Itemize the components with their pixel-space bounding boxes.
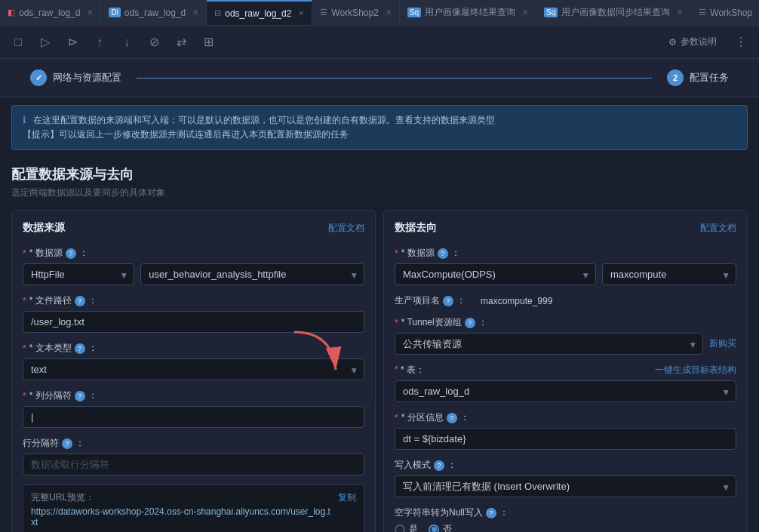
source-filepath-help[interactable]: ? [75,296,85,306]
copy-link[interactable]: 复制 [338,491,356,504]
tab-close-6[interactable]: ✕ [677,8,683,17]
tab-bar: ◧ ods_raw_log_d ✕ Di ods_raw_log_d ✕ ⊟ o… [0,0,759,26]
dest-null-no-option[interactable]: 否 [429,523,452,532]
dest-project-help[interactable]: ? [443,296,453,306]
dest-partition-help[interactable]: ? [447,413,457,423]
dest-table-label-row: * * 表： 一键生成目标表结构 [395,364,736,377]
source-datasource-help[interactable]: ? [66,248,76,259]
tab-label-2: ods_raw_log_d [124,8,186,18]
source-rowdelimiter-help[interactable]: ? [62,438,72,449]
main-content: 数据来源 配置文档 * * 数据源 ? ： HttpFile ▾ [0,202,759,532]
step-line [137,78,652,78]
toolbar-upload-icon[interactable]: ↑ [89,32,110,53]
page-title-area: 配置数据来源与去向 选定两端数据源以及要同步的具体对象 [0,158,759,202]
source-delimiter-row: * * 列分隔符 ? ： [23,389,364,428]
tab-close-1[interactable]: ✕ [87,8,93,17]
source-datasource-row: * * 数据源 ? ： HttpFile ▾ user_behavior_ana… [23,247,364,285]
source-datasource-name-select[interactable]: user_behavior_analysis_httpfile [140,263,364,285]
dest-project-value: maxcompute_999 [481,296,552,306]
dest-table-select[interactable]: ods_raw_log_d [395,380,736,402]
dest-writemode-wrapper: 写入前清理已有数据 (Insert Overwrite) ▾ [395,475,736,497]
tab-workshop2[interactable]: ☰ WorkShop2 ✕ [312,0,399,26]
toolbar-right: ⚙ 参数说明 ⋮ [661,32,751,53]
source-texttype-wrapper: text ▾ [23,358,364,380]
dest-datasource-type-select[interactable]: MaxCompute(ODPS) [395,263,596,285]
step-2: 2 配置任务 [667,69,729,86]
step2-label: 配置任务 [690,71,729,85]
dest-datasource-help[interactable]: ? [438,248,448,259]
tab-label-1: ods_raw_log_d [19,8,80,18]
toolbar-preview-icon[interactable]: ⊳ [62,32,83,53]
tab-close-4[interactable]: ✕ [386,8,392,17]
dest-null-yes-radio[interactable] [395,524,405,532]
info-icon: ℹ [23,115,26,125]
source-filepath-input[interactable] [23,311,364,333]
dest-tunnel-row: * * Tunnel资源组 ? ： 公共传输资源 ▾ 新购买 [395,316,736,355]
source-delimiter-help[interactable]: ? [75,391,85,401]
tab-ods-raw-log-d2[interactable]: ⊟ ods_raw_log_d2 ✕ [207,0,312,26]
dest-tunnel-help[interactable]: ? [465,318,475,328]
dest-partition-label: * * 分区信息 ? ： [395,411,736,424]
source-filepath-label: * * 文件路径 ? ： [23,294,364,307]
dest-datasource-name-wrapper: maxcompute ▾ [602,263,736,285]
toolbar-settings-icon[interactable]: ⋮ [730,32,751,53]
dest-table-row: * * 表： 一键生成目标表结构 ods_raw_log_d ▾ [395,364,736,402]
dest-partition-row: * * 分区信息 ? ： [395,411,736,450]
source-rowdelimiter-row: 行分隔符 ? ： [23,437,364,475]
source-rowdelimiter-label: 行分隔符 ? ： [23,437,364,450]
dest-null-row: 空字符串转为Null写入 ? ： 是 否 [395,506,736,532]
page-title: 配置数据来源与去向 [11,165,748,183]
toolbar-download-icon[interactable]: ↓ [116,32,137,53]
dest-writemode-help[interactable]: ? [434,460,444,471]
info-banner: ℹ 在这里配置数据的来源端和写入端；可以是默认的数据源，也可以是您创建的自有数据… [11,105,748,150]
toolbar-sync-icon[interactable]: ⇄ [171,32,192,53]
page-subtitle: 选定两端数据源以及要同步的具体对象 [11,186,748,199]
dest-null-help[interactable]: ? [486,508,496,518]
dest-new-buy-link[interactable]: 新购买 [709,337,736,350]
toolbar: □ ▷ ⊳ ↑ ↓ ⊘ ⇄ ⊞ ⚙ 参数说明 ⋮ [0,26,759,59]
dest-table-wrapper: ods_raw_log_d ▾ [395,380,736,402]
dest-datasource-label: * * 数据源 ? ： [395,247,736,260]
source-datasource-label: * * 数据源 ? ： [23,247,364,260]
tab-portrait-final[interactable]: Sq 用户画像最终结果查询 ✕ [400,0,536,26]
source-texttype-label: * * 文本类型 ? ： [23,342,364,355]
source-datasource-name-wrapper: user_behavior_analysis_httpfile ▾ [140,263,364,285]
source-datasource-type-select[interactable]: HttpFile [23,263,134,285]
toolbar-run-icon[interactable]: ▷ [35,32,56,53]
dest-tunnel-select[interactable]: 公共传输资源 [395,333,703,355]
dest-datasource-name-select[interactable]: maxcompute [602,263,736,285]
source-texttype-select[interactable]: text [23,358,364,380]
dest-table-link[interactable]: 一键生成目标表结构 [655,364,736,377]
toolbar-save-icon[interactable]: □ [8,32,29,53]
param-desc-label: 参数说明 [681,35,717,48]
param-desc-button[interactable]: ⚙ 参数说明 [661,32,724,51]
toolbar-grid-icon[interactable]: ⊞ [198,32,219,53]
step-1: ✓ 网络与资源配置 [30,69,121,86]
dest-writemode-row: 写入模式 ? ： 写入前清理已有数据 (Insert Overwrite) ▾ [395,459,736,497]
dest-partition-input[interactable] [395,428,736,450]
tab-ods-raw-log-d-2[interactable]: Di ods_raw_log_d ✕ [101,0,207,26]
dest-doc-link[interactable]: 配置文档 [700,222,736,235]
tab-portrait-sync[interactable]: Sq 用户画像数据同步结果查询 ✕ [536,0,691,26]
source-panel-header: 数据来源 配置文档 [23,221,364,235]
tab-icon-3: ⊟ [214,8,221,18]
toolbar-stop-icon[interactable]: ⊘ [143,32,164,53]
step2-circle: 2 [667,69,684,86]
step1-circle: ✓ [30,69,47,86]
tab-close-5[interactable]: ✕ [522,8,528,17]
source-panel: 数据来源 配置文档 * * 数据源 ? ： HttpFile ▾ [11,210,376,532]
source-delimiter-input[interactable] [23,406,364,428]
tab-workshop[interactable]: ☰ WorkShop ✕ [691,0,759,26]
dest-null-no-radio[interactable] [429,524,439,532]
tab-close-3[interactable]: ✕ [298,9,304,17]
tab-icon-6: Sq [544,8,558,17]
tab-label-3: ods_raw_log_d2 [225,8,291,19]
tab-close-2[interactable]: ✕ [192,8,198,17]
source-texttype-help[interactable]: ? [75,343,85,354]
source-rowdelimiter-input[interactable] [23,454,364,475]
dest-project-row: 生产项目名 ? ： maxcompute_999 [395,294,736,307]
source-doc-link[interactable]: 配置文档 [328,222,364,235]
tab-ods-raw-log-d-1[interactable]: ◧ ods_raw_log_d ✕ [0,0,101,26]
dest-writemode-select[interactable]: 写入前清理已有数据 (Insert Overwrite) [395,475,736,497]
dest-null-yes-option[interactable]: 是 [395,523,418,532]
